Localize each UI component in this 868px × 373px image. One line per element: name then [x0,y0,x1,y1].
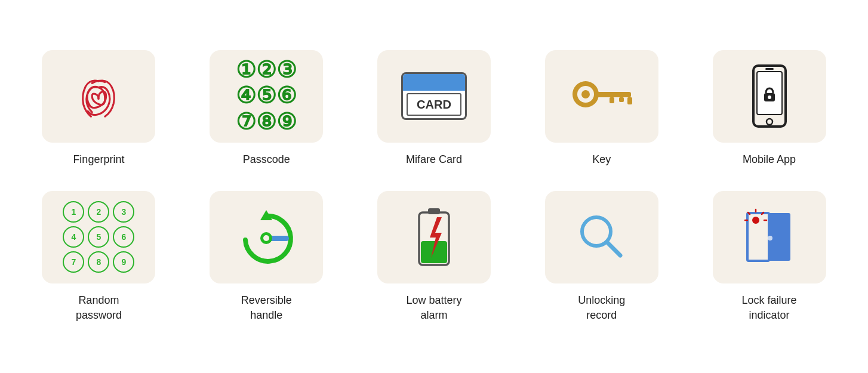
svg-line-22 [607,242,620,255]
card-stripe [403,74,465,91]
passcode-icon: ①②③ ④⑤⑥ ⑦⑧⑨ [236,57,297,135]
svg-point-16 [263,235,269,241]
feature-key: Key [527,50,676,167]
svg-point-10 [768,95,771,99]
feature-passcode: ①②③ ④⑤⑥ ⑦⑧⑨ Passcode [192,50,341,167]
feature-random-password: 1 2 3 4 5 6 7 8 9 Randompassword [24,191,174,323]
unlocking-record-icon [575,210,629,264]
card-text-area: CARD [407,93,461,116]
rp-num-1: 1 [63,201,84,223]
reversible-handle-icon [233,207,299,267]
passcode-icon-box: ①②③ ④⑤⑥ ⑦⑧⑨ [210,50,323,143]
rp-num-9: 9 [113,251,134,273]
rp-num-6: 6 [113,226,134,248]
random-password-label: Randompassword [76,293,122,323]
random-password-icon: 1 2 3 4 5 6 7 8 9 [58,196,139,278]
svg-rect-4 [610,97,614,103]
feature-fingerprint: Fingerprint [24,50,174,167]
feature-low-battery: Low batteryalarm [359,191,509,323]
low-battery-icon-box [377,191,491,283]
reversible-handle-label: Reversiblehandle [241,293,292,323]
mifare-card-label: Mifare Card [406,152,462,167]
rp-num-3: 3 [113,201,134,223]
card-text: CARD [417,98,451,112]
svg-rect-18 [428,208,440,214]
features-grid: Fingerprint ①②③ ④⑤⑥ ⑦⑧⑨ Passcode CARD Mi… [24,50,844,323]
low-battery-icon [413,204,455,270]
passcode-label: Passcode [243,152,290,167]
feature-unlocking-record: Unlockingrecord [527,191,676,323]
rp-num-4: 4 [63,226,84,248]
svg-rect-19 [421,241,447,263]
lock-failure-label: Lock failureindicator [742,293,797,323]
svg-rect-3 [596,92,631,97]
rp-num-8: 8 [88,251,109,273]
lock-failure-icon-box [713,191,826,283]
low-battery-label: Low batteryalarm [406,293,461,323]
svg-point-25 [768,236,772,241]
feature-lock-failure: Lock failureindicator [694,191,844,323]
fingerprint-label: Fingerprint [73,152,124,167]
svg-rect-6 [627,97,632,104]
svg-rect-12 [765,68,774,70]
rp-num-2: 2 [88,201,109,223]
feature-reversible-handle: Reversiblehandle [192,191,341,323]
unlocking-record-icon-box [545,191,658,283]
mobile-app-icon-box [713,50,826,143]
rp-num-7: 7 [63,251,84,273]
svg-point-26 [752,217,759,224]
feature-mifare-card: CARD Mifare Card [359,50,509,167]
svg-point-11 [767,119,772,125]
mifare-card-icon-box: CARD [377,50,491,143]
fingerprint-icon [72,69,125,123]
unlocking-record-label: Unlockingrecord [578,293,625,323]
key-label: Key [592,152,611,167]
lock-failure-icon [743,207,796,267]
key-icon-box [545,50,658,143]
reversible-handle-icon-box [210,191,323,283]
feature-mobile-app: Mobile App [694,50,844,167]
mobile-app-label: Mobile App [743,152,796,167]
card-icon: CARD [401,72,467,120]
random-password-icon-box: 1 2 3 4 5 6 7 8 9 [42,191,155,283]
rp-num-5: 5 [88,226,109,248]
svg-rect-5 [619,97,624,102]
fingerprint-icon-box [42,50,155,143]
key-icon [569,75,635,117]
svg-point-2 [581,90,590,98]
mobile-app-icon [749,63,790,129]
